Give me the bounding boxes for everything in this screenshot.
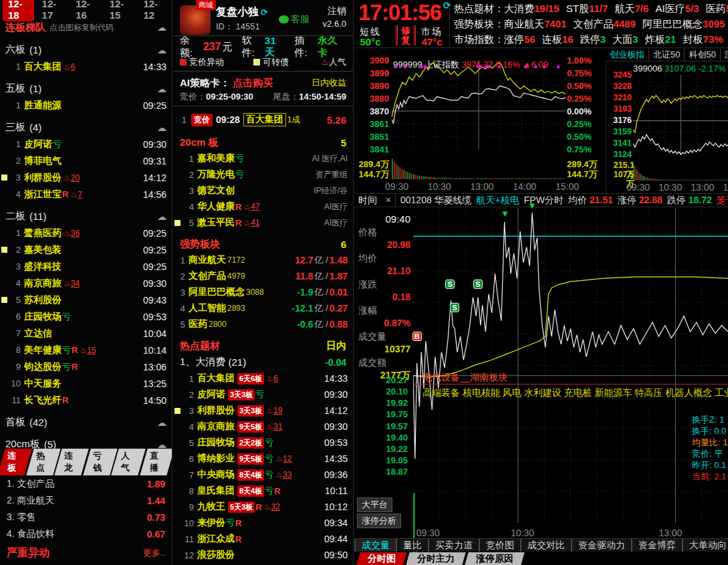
sector-stat[interactable]: 商业航天7401 [504,18,566,29]
stock-row[interactable]: 11 浙江众成 亏 R ♨ 09:44 [173,531,353,547]
stock-name[interactable]: 百大集团 [197,372,235,384]
stock-name[interactable]: 浪莎股份 [197,549,235,561]
stock-row[interactable]: 8 美年健康 亏 R ♨15 10:14 [0,342,172,358]
stock-name[interactable]: 中天服务 [24,378,62,390]
signal-row[interactable]: 1 竞价 09:28 百大集团 1成 5.26 [173,110,353,129]
stock-name[interactable]: 漱玉平民 [197,217,235,229]
stock-title[interactable]: 001208 华菱线缆 [400,195,472,207]
logout-button[interactable]: 注销 [328,5,346,17]
stock-row[interactable]: 5 苏利股份 亏 R ♨ 09:43 [0,292,172,308]
limit-analysis-button[interactable]: 涨停分析 [357,514,401,528]
stock-name[interactable]: 百大集团 [243,113,286,126]
sector-row[interactable]: 4. 食品饮料 0.67 [0,526,172,542]
stock-row[interactable]: 10 来伊份 亏 R ♨ 09:34 [173,515,353,531]
sector-row[interactable]: 4 人工智能 2893 -12.1 亿 / 0.27 [173,300,353,316]
stock-row[interactable]: 2 博菲电气 亏 R ♨ 09:31 [0,152,172,169]
stock-name[interactable]: 利群股份 [24,172,62,184]
market-stat[interactable]: 涨停56 [504,33,535,45]
stock-row[interactable]: 7 立达信 亏 R ♨ 10:04 [0,325,172,342]
stock-name[interactable]: 南京商旅 [197,421,235,433]
stock-name[interactable]: 利群股份 [197,405,235,417]
indicator-tab[interactable]: 资金博弈 [631,539,682,552]
index-tab[interactable]: 科创50 [685,48,720,61]
section-first-board[interactable]: 首板(42)☁ [0,414,172,431]
sector-stat[interactable]: 阿里巴巴概念3095 [640,18,725,29]
indicator-tab[interactable]: 成交量 [354,539,396,552]
topic-stat[interactable]: ST股11/7 [564,3,608,14]
shop-badge[interactable]: 商城 [196,0,216,10]
topic-stat[interactable]: AI医疗5/3 [652,3,699,14]
stock-name[interactable]: 胜通能源 [24,100,62,112]
stock-row[interactable]: 2 嘉美包装 亏 R ♨ 09:25 [0,241,172,258]
index-tab[interactable]: 北证50 [649,48,685,61]
sector-stat[interactable]: 文创产品4489 [570,18,636,29]
sh-index-chart[interactable]: 999999 上证指数 3876.37 0.16% ▲6.09 39093899… [354,48,606,194]
stock-name[interactable]: 盛洋科技 [24,261,62,273]
date-tab[interactable]: 12-18 [3,0,34,21]
stock-row[interactable]: 3 盛洋科技 亏 R ♨ 09:25 [0,258,172,275]
indicator-tab[interactable]: 买卖力道 [428,539,479,552]
stock-row[interactable]: 11 长飞光纤 亏 R ♨ 14:50 [0,392,172,409]
stock-row[interactable]: 12 浪莎股份 亏 R ♨ 09:50 [173,547,353,563]
sector-name[interactable]: 阿里巴巴概念 [189,286,245,298]
stock-row[interactable]: 8 皇氏集团 8天4板 亏 R ♨ 10:11 [173,483,353,499]
cloud-download-icon[interactable]: ☁ [157,417,166,428]
stock-row[interactable]: 4 浙江世宝 亏 R ♨7 14:56 [0,186,172,203]
stock-name[interactable]: 博菲电气 [24,155,62,167]
stock-row[interactable]: 2 皮阿诺 3天3板 亏 R ♨ 09:30 [173,386,353,403]
refresh-icon[interactable]: ⟳ [261,7,268,17]
stock-name[interactable]: 万隆光电 [197,168,235,181]
stock-row[interactable]: 4 华人健康 亏 R ♨47 AI医疗 [173,199,353,215]
buy-link[interactable]: 点击购买 [233,77,273,90]
stock-name[interactable]: 皇氏集团 [197,485,235,497]
stock-name[interactable]: 来伊份 [197,517,225,529]
indicator-tab[interactable]: 竞价图 [479,539,520,552]
stock-name[interactable]: 德艺文创 [197,185,235,197]
date-tab[interactable]: 12-16 [70,0,102,21]
stock-row[interactable]: 3 利群股份 亏 R ♨20 14:12 [0,169,172,186]
stock-row[interactable]: 4 南京商旅 9天5板 亏 R ♨31 09:30 [173,419,353,435]
sector-name[interactable]: 商业航天 [189,254,226,266]
index-tab[interactable]: 深证成指 [721,48,728,61]
sector-row[interactable]: 1 商业航天 7172 12.7 亿 / 1.48 [173,252,353,268]
stock-name[interactable]: 嘉美包装 [24,244,62,256]
stock-row[interactable]: 5 漱玉平民 亏 R ♨41 AI医疗 [173,215,353,231]
stock-tags[interactable]: 航天+核电 [477,195,519,207]
left-tab[interactable]: 直播 [140,449,172,475]
stock-name[interactable]: 中央商场 [197,469,235,481]
stock-row[interactable]: 4 南京商旅 亏 R ♨34 09:30 [0,275,172,292]
indicator-tab[interactable]: 量比 [396,539,428,552]
stock-row[interactable]: 9 钧达股份 亏 R ♨ 13:06 [0,358,172,375]
sector-row[interactable]: 2 文创产品 4979 11.8 亿 / 1.87 [173,268,353,284]
stock-name[interactable]: 南京商旅 [24,277,62,290]
stock-name[interactable]: 美年健康 [24,344,62,356]
customer-service[interactable]: 客服 [279,13,310,25]
stock-name[interactable]: 华人健康 [197,201,235,213]
stock-name[interactable]: 百大集团 [24,61,62,73]
date-tab[interactable]: 12-17 [37,0,68,21]
cloud-download-icon[interactable]: ☁ [157,22,166,33]
stock-row[interactable]: 7 中央商场 8天4板 亏 R ♨33 09:36 [173,467,353,483]
stock-name[interactable]: 鹭燕医药 [24,227,62,239]
stock-chart-region[interactable]: 09:40 价格 20.98 均价 21.10 涨跌 0.18 [354,208,728,538]
market-stat[interactable]: 大面3 [610,33,638,45]
chart-mode-tab[interactable]: 涨停原因 [465,552,524,565]
left-tab[interactable]: 连龙 [54,449,88,475]
sector-row[interactable]: 3. 零售 0.73 [0,509,172,526]
stock-row[interactable]: 1 皮阿诺 亏 R ♨ 09:30 [0,136,172,152]
close-icon[interactable]: × [386,195,391,207]
stock-row[interactable]: 9 九牧王 5天3板 亏 R ♨32 10:12 [173,499,353,515]
topic-stat[interactable]: 航天7/6 [612,3,648,14]
stock-row[interactable]: 3 德艺文创 亏 R ♨ IP经济/谷 [173,183,353,199]
gem-index-chart[interactable]: 399006 3107.06 -2.17% 324532283210319331… [606,62,728,194]
stock-row[interactable]: 1 百大集团 6天6板 亏 R ♨6 14:33 [173,370,353,386]
market-stat[interactable]: 连板16 [539,33,574,45]
stock-row[interactable]: 1 百大集团 亏 R ♨6 14:33 [0,58,172,75]
chart-mode-tab[interactable]: 分时主力 [406,552,465,565]
stock-name[interactable]: 钧达股份 [24,361,62,373]
sh-price-plot[interactable] [392,60,566,149]
indicator-tab[interactable]: 成交对比 [520,539,571,552]
sector-row[interactable]: 3 阿里巴巴概念 3088 -1.9 亿 / 0.01 [173,284,353,300]
cloud-download-icon[interactable]: ☁ [157,122,166,133]
sector-row[interactable]: 5 医药 2800 -0.6 亿 / 0.88 [173,316,353,332]
